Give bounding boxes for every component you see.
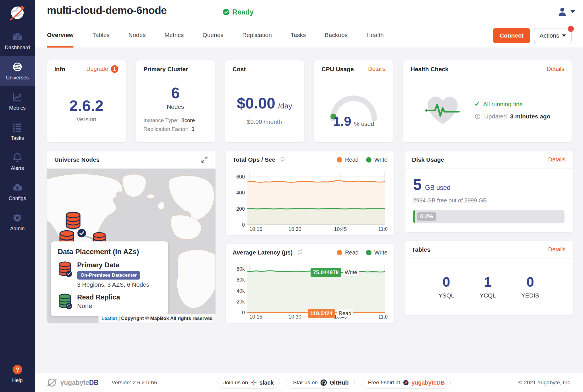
write-dot-icon [366, 157, 371, 163]
disk-percent-badge: 0.2% [417, 212, 436, 221]
dashboard-icon [12, 31, 23, 42]
tab-backups[interactable]: Backups [325, 32, 348, 48]
card-title: Tables [412, 246, 430, 253]
sidebar-item-dashboard[interactable]: Dashboard [0, 26, 35, 56]
slack-button[interactable]: Join us on slack [217, 377, 280, 389]
svg-text:0: 0 [242, 310, 245, 315]
sidebar-item-label: Universes [6, 75, 29, 81]
sidebar-item-help[interactable]: ? Help [0, 358, 35, 389]
yedis-count: 0 [521, 275, 539, 289]
tab-replication[interactable]: Replication [242, 32, 272, 48]
heart-ekg-icon [424, 94, 461, 127]
sidebar-item-label: Configs [9, 196, 26, 202]
user-menu[interactable] [557, 6, 575, 17]
footer-copyright: © 2021 Yugabyte, Inc. [518, 379, 572, 386]
health-details-link[interactable]: Details [547, 66, 564, 72]
health-check-card: Health Check Details ✔ All running fine [403, 60, 572, 142]
github-button[interactable]: Star us on GitHub [287, 377, 354, 389]
upgrade-link[interactable]: Upgrade [86, 66, 108, 72]
read-replica-desc: None [77, 302, 120, 310]
read-latency-name: Read [337, 309, 353, 317]
sidebar-item-alerts[interactable]: Alerts [0, 146, 35, 176]
updated-label: Updated [484, 113, 507, 120]
legend-read[interactable]: Read [337, 249, 359, 256]
read-latency-annotation: 119.5424 Read [308, 309, 353, 318]
svg-text:80k: 80k [237, 266, 245, 272]
tables-details-link[interactable]: Details [548, 246, 566, 253]
svg-text:20k: 20k [237, 299, 245, 305]
legend-write[interactable]: Write [366, 157, 387, 163]
disk-usage-card: Disk Usage Details 5 GB used 2994 GB fre… [405, 151, 573, 232]
updated-value: 3 minutes ago [510, 113, 550, 120]
instance-type-label: Instance Type: [143, 117, 178, 124]
yugabyte-logo-icon[interactable] [8, 4, 27, 23]
upgrade-count-badge: 1 [111, 65, 118, 73]
ycql-label: YCQL [480, 292, 496, 299]
node-marker [66, 212, 80, 230]
health-status-text: All running fine [483, 101, 523, 108]
disk-usage-fill [413, 210, 415, 223]
github-name: GitHub [330, 379, 349, 386]
cost-per-day-unit: /day [278, 102, 292, 110]
bell-icon [12, 152, 23, 163]
chevron-down-icon [570, 10, 575, 13]
refresh-icon[interactable] [297, 249, 303, 256]
sidebar-item-universes[interactable]: Universes [0, 56, 35, 86]
connect-button[interactable]: Connect [493, 28, 530, 43]
write-latency-annotation: 75.04487k Write [311, 268, 359, 277]
tab-health[interactable]: Health [366, 32, 384, 48]
svg-text:11:00: 11:00 [378, 226, 387, 232]
tab-tasks[interactable]: Tasks [291, 32, 306, 48]
tab-nodes[interactable]: Nodes [128, 32, 146, 48]
refresh-icon[interactable] [279, 156, 286, 164]
tab-queries[interactable]: Queries [202, 32, 223, 48]
svg-text:600: 600 [236, 174, 245, 180]
world-map[interactable]: Data Placement (In AZs) Primary Data [47, 169, 215, 323]
sidebar-item-metrics[interactable]: Metrics [0, 86, 35, 116]
cost-card: Cost $0.00 /day $0.00 /month [225, 60, 304, 142]
cpu-percent-value: 1.9 [333, 114, 351, 129]
provider-badge: On-Premises Datacenter [77, 271, 140, 280]
tab-metrics[interactable]: Metrics [165, 32, 184, 48]
ycql-count: 1 [480, 275, 496, 289]
tab-overview[interactable]: Overview [47, 32, 73, 48]
status-badge: Ready [223, 8, 254, 16]
replication-factor-label: Replication Factor: [143, 126, 188, 132]
cpu-details-link[interactable]: Details [368, 66, 385, 72]
actions-button[interactable]: Actions [534, 28, 572, 43]
sidebar-item-configs[interactable]: Configs [0, 176, 35, 207]
disk-usage-bar: 0.2% [413, 210, 564, 223]
legend-write[interactable]: Write [366, 249, 387, 256]
metrics-chart-icon [12, 92, 23, 102]
legend-write-label: Write [374, 157, 387, 163]
sidebar-item-tasks[interactable]: Tasks [0, 116, 35, 146]
disk-details-link[interactable]: Details [548, 156, 566, 163]
sidebar-item-admin[interactable]: Admin [0, 207, 35, 237]
primary-cluster-card: Primary Cluster 6 Nodes Instance Type:8c… [136, 60, 215, 142]
data-placement-panel: Data Placement (In AZs) Primary Data [51, 241, 168, 316]
notification-dot [568, 26, 574, 32]
card-title: Primary Cluster [143, 66, 188, 73]
nodes-count: 6 [143, 85, 208, 101]
tshirt-button[interactable]: Free t-shirt at yugabyteDB [362, 377, 451, 389]
write-latency-name: Write [343, 268, 359, 276]
ycql-stat: 1 YCQL [480, 275, 496, 299]
cost-per-day-value: $0.00 [237, 95, 275, 111]
svg-text:10:30: 10:30 [288, 314, 301, 320]
disk-used-unit: GB used [425, 184, 451, 192]
legend-read[interactable]: Read [337, 157, 359, 163]
replication-factor-value: 3 [191, 126, 194, 132]
nodes-label: Nodes [143, 103, 208, 110]
tab-bar: Overview Tables Nodes Metrics Queries Re… [47, 24, 572, 48]
universe-nodes-card: Universe Nodes [47, 151, 215, 323]
expand-icon[interactable] [201, 156, 208, 163]
cpu-usage-card: CPU Usage Details 1.9 % used [314, 60, 393, 142]
svg-text:11:00: 11:00 [378, 314, 387, 320]
sidebar-item-label: Tasks [11, 135, 24, 141]
svg-text:10:30: 10:30 [288, 226, 301, 232]
check-circle-icon [223, 9, 230, 16]
github-prefix: Star us on [293, 379, 318, 386]
leaflet-link[interactable]: Leaflet [101, 316, 117, 321]
tab-tables[interactable]: Tables [92, 32, 110, 48]
cpu-percent-unit: % used [354, 120, 374, 127]
